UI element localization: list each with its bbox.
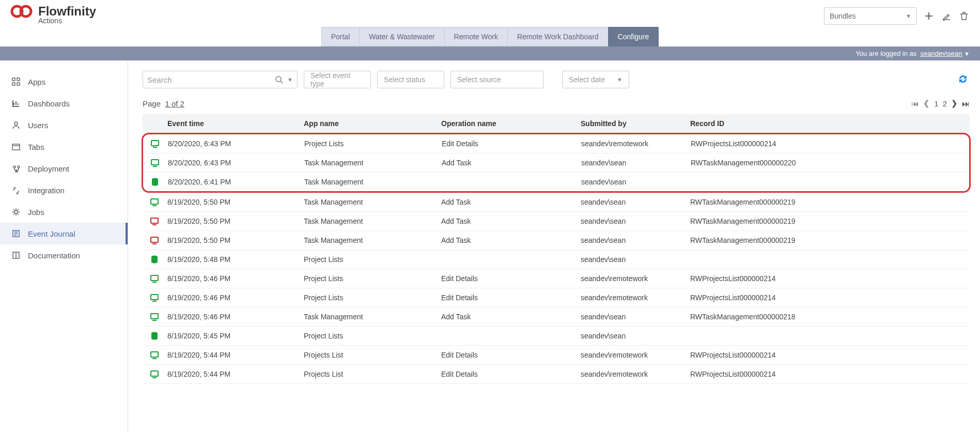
next-page-button[interactable]: ❯: [951, 99, 958, 108]
svg-rect-5: [17, 83, 20, 85]
cell-submitted-by: seandev\sean: [581, 198, 690, 206]
table-row[interactable]: 8/19/2020, 5:46 PMProject ListsEdit Deta…: [143, 269, 970, 288]
grid-icon: [11, 77, 21, 86]
cell-record-id: RWProjectsList000000214: [690, 370, 970, 378]
integration-icon: [11, 186, 21, 195]
edit-button[interactable]: [941, 10, 952, 22]
first-page-button[interactable]: ⏮: [911, 99, 919, 108]
cell-app-name: Projects List: [304, 370, 441, 378]
svg-rect-7: [12, 144, 20, 150]
cell-event-time: 8/20/2020, 6:43 PM: [168, 140, 304, 148]
page-info[interactable]: 1 of 2: [165, 99, 184, 108]
col-submitted-by[interactable]: Submitted by: [581, 119, 690, 128]
status-select[interactable]: Select status: [377, 71, 444, 88]
prev-page-button[interactable]: ❮: [923, 99, 930, 108]
cell-app-name: Task Management: [304, 217, 441, 225]
sidebar-item-documentation[interactable]: Documentation: [0, 244, 128, 266]
table-row[interactable]: 8/19/2020, 5:48 PMProject Listsseandev\s…: [143, 250, 970, 269]
sidebar-item-event-journal[interactable]: Event Journal: [0, 223, 128, 244]
table-row[interactable]: 8/19/2020, 5:44 PMProjects ListEdit Deta…: [143, 346, 970, 365]
svg-point-11: [14, 210, 18, 213]
table-row[interactable]: 8/19/2020, 5:46 PMTask ManagementAdd Tas…: [143, 307, 970, 327]
sidebar-item-integration[interactable]: Integration: [0, 179, 128, 201]
logo-icon: [10, 4, 35, 19]
chevron-down-icon[interactable]: ▼: [287, 76, 293, 83]
sidebar-item-jobs[interactable]: Jobs: [0, 201, 128, 223]
tab-portal[interactable]: Portal: [321, 27, 360, 47]
search-input-wrapper: ▼: [143, 71, 298, 88]
page-1[interactable]: 1: [934, 99, 938, 108]
page-label: Page: [143, 99, 161, 108]
svg-rect-20: [151, 237, 158, 242]
event-type-select[interactable]: Select event type: [304, 71, 371, 88]
page-2[interactable]: 2: [943, 99, 947, 108]
monitor-icon: [143, 274, 167, 283]
chevron-down-icon: ▼: [906, 13, 911, 19]
col-event-time[interactable]: Event time: [167, 119, 304, 128]
table-row[interactable]: 8/20/2020, 6:43 PMProject ListsEdit Deta…: [143, 134, 969, 153]
cell-record-id: RWProjectsList000000214: [691, 140, 969, 148]
svg-rect-24: [151, 314, 158, 319]
chevron-down-icon: ▼: [617, 76, 623, 83]
add-button[interactable]: [923, 10, 935, 22]
cell-event-time: 8/19/2020, 5:44 PM: [167, 370, 304, 378]
monitor-icon: [143, 197, 167, 207]
cell-operation: Add Task: [441, 217, 581, 225]
table-row[interactable]: 8/19/2020, 5:46 PMProject ListsEdit Deta…: [143, 288, 970, 307]
sidebar-item-label: Integration: [28, 186, 65, 195]
tab-remote-work-dashboard[interactable]: Remote Work Dashboard: [507, 27, 608, 47]
cell-record-id: RWProjectsList000000214: [690, 274, 970, 283]
tab-water-wastewater[interactable]: Water & Wastewater: [359, 27, 444, 47]
table-row[interactable]: 8/19/2020, 5:44 PMProjects ListEdit Deta…: [143, 365, 970, 384]
last-page-button[interactable]: ⏭: [962, 99, 970, 108]
cell-event-time: 8/19/2020, 5:44 PM: [167, 351, 304, 359]
cell-app-name: Project Lists: [304, 332, 441, 340]
source-select[interactable]: Select source: [450, 71, 543, 88]
login-user[interactable]: seandev\sean: [921, 50, 962, 57]
search-icon[interactable]: [275, 75, 283, 84]
cell-app-name: Project Lists: [304, 293, 441, 302]
sidebar-item-label: Users: [28, 121, 48, 130]
cell-record-id: RWTaskManagement000000220: [691, 159, 969, 167]
col-app-name[interactable]: App name: [304, 119, 441, 128]
sidebar-item-tabs[interactable]: Tabs: [0, 136, 128, 158]
logo: Flowfinity Actions: [10, 4, 96, 25]
cell-event-time: 8/19/2020, 5:46 PM: [167, 293, 304, 302]
sidebar-item-apps[interactable]: Apps: [0, 71, 128, 92]
highlighted-rows: 8/20/2020, 6:43 PMProject ListsEdit Deta…: [142, 133, 971, 193]
table-row[interactable]: 8/20/2020, 6:41 PMTask Managementseandev…: [143, 173, 969, 191]
table-row[interactable]: 8/19/2020, 5:50 PMTask ManagementAdd Tas…: [143, 193, 970, 212]
cell-record-id: RWProjectsList000000214: [690, 293, 970, 302]
sidebar-item-deployment[interactable]: Deployment: [0, 158, 128, 179]
delete-button[interactable]: [958, 10, 970, 22]
database-icon: [143, 255, 167, 264]
table-row[interactable]: 8/19/2020, 5:50 PMTask ManagementAdd Tas…: [143, 212, 970, 231]
refresh-button[interactable]: [957, 73, 970, 86]
date-select[interactable]: Select date▼: [562, 71, 629, 88]
cell-record-id: RWTaskManagement000000219: [690, 217, 970, 225]
sidebar-item-label: Tabs: [28, 143, 44, 151]
col-operation[interactable]: Operation name: [441, 119, 581, 128]
search-input[interactable]: [147, 75, 275, 84]
cell-event-time: 8/19/2020, 5:50 PM: [167, 217, 304, 225]
table-header: Event time App name Operation name Submi…: [143, 114, 970, 133]
cell-app-name: Task Management: [304, 159, 442, 167]
cell-app-name: Project Lists: [304, 274, 441, 283]
top-tabs: PortalWater & WastewaterRemote WorkRemot…: [0, 27, 980, 47]
col-record-id[interactable]: Record ID: [690, 119, 970, 128]
bundles-dropdown[interactable]: Bundles ▼: [824, 7, 917, 25]
svg-rect-3: [17, 78, 20, 81]
cell-event-time: 8/19/2020, 5:50 PM: [167, 236, 304, 244]
tab-remote-work[interactable]: Remote Work: [444, 27, 507, 47]
table-row[interactable]: 8/20/2020, 6:43 PMTask ManagementAdd Tas…: [143, 153, 969, 173]
sidebar-item-dashboards[interactable]: Dashboards: [0, 92, 128, 114]
table-row[interactable]: 8/19/2020, 5:45 PMProject Listsseandev\s…: [143, 327, 970, 346]
sidebar-item-users[interactable]: Users: [0, 114, 128, 136]
monitor-icon: [143, 158, 168, 167]
tab-configure[interactable]: Configure: [608, 27, 659, 47]
bundles-label: Bundles: [830, 12, 856, 20]
gear-icon: [11, 207, 21, 217]
chevron-down-icon[interactable]: ▼: [964, 51, 970, 57]
login-prefix: You are logged in as: [855, 50, 916, 57]
table-row[interactable]: 8/19/2020, 5:50 PMTask ManagementAdd Tas…: [143, 231, 970, 250]
